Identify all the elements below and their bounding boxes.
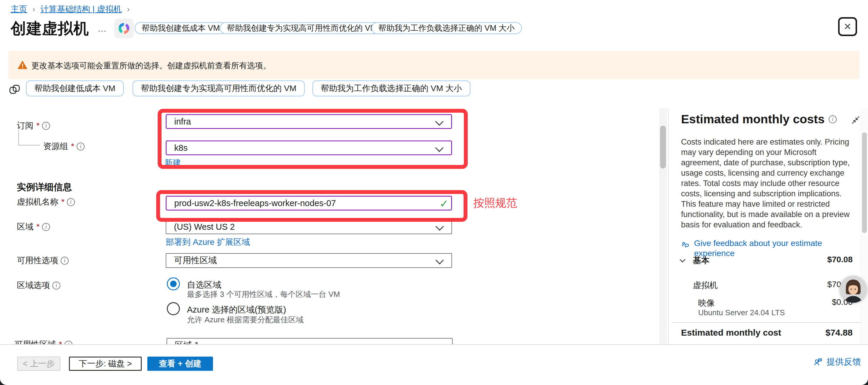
radio2-desc: 允许 Azure 根据需要分配最佳区域 <box>187 315 304 325</box>
feedback-link[interactable]: 提供反馈 <box>813 356 861 368</box>
region-value: (US) West US 2 <box>174 222 235 232</box>
basics-chevron-icon[interactable] <box>678 256 687 265</box>
resource-group-label: 资源组 * i <box>43 141 85 152</box>
review-create-button[interactable]: 查看 + 创建 <box>147 357 213 371</box>
review-create-label: 查看 + 创建 <box>159 358 202 369</box>
zone-options-label: 区域选项 i <box>17 280 60 291</box>
availability-zone-dropdown[interactable]: 区域 1 <box>166 338 453 344</box>
info-icon[interactable]: i <box>42 122 50 130</box>
cost-total-label: Estimated monthly cost <box>681 328 781 338</box>
info-icon[interactable]: i <box>52 282 60 289</box>
cost-row-image-label: 映像 <box>698 297 715 309</box>
form-scroll-area: 订阅 * i infra 资源组 * i k8s 新建 实例详细信息 虚拟机名称 <box>0 0 868 344</box>
previous-label: < 上一步 <box>23 358 55 369</box>
feedback-label: 提供反馈 <box>827 356 861 368</box>
cost-row-vm-label: 虚拟机 <box>693 280 718 291</box>
availability-options-dropdown[interactable]: 可用性区域 <box>166 253 452 268</box>
resource-group-value: k8s <box>174 143 188 153</box>
footer-divider <box>0 344 868 345</box>
chevron-down-icon <box>435 144 443 152</box>
page-scrollbar-thumb[interactable] <box>862 132 867 233</box>
annotation-note: 按照规范 <box>473 196 517 211</box>
resource-group-dropdown[interactable]: k8s <box>166 140 452 155</box>
info-icon[interactable]: i <box>61 257 69 265</box>
next-disks-button[interactable]: 下一步: 磁盘 > <box>69 357 142 371</box>
chevron-down-icon <box>435 222 444 231</box>
info-icon[interactable]: i <box>42 223 50 231</box>
chevron-down-icon <box>436 341 444 344</box>
chevron-down-icon <box>435 256 444 264</box>
required-asterisk: * <box>61 197 64 207</box>
radio2-label[interactable]: Azure 选择的区域(预览版) <box>187 304 286 316</box>
chevron-down-icon <box>435 118 443 126</box>
vm-name-input[interactable] <box>166 196 452 211</box>
tree-connector-vertical <box>18 130 19 146</box>
cost-panel-description: Costs indicated here are estimates only.… <box>681 137 853 230</box>
radio1-desc: 最多选择 3 个可用性区域，每个区域一台 VM <box>187 289 340 299</box>
cost-row-image-amount: $0.00 <box>769 297 852 307</box>
cost-row-image-sub: Ubuntu Server 24.04 LTS <box>698 308 785 317</box>
info-icon[interactable]: i <box>67 198 75 206</box>
subscription-dropdown[interactable]: infra <box>166 114 452 129</box>
availability-options-value: 可用性区域 <box>174 255 217 266</box>
region-dropdown[interactable]: (US) West US 2 <box>166 219 452 234</box>
required-asterisk: * <box>71 142 74 151</box>
availability-options-label: 可用性选项 i <box>17 255 69 266</box>
collapse-panel-icon[interactable] <box>851 115 860 125</box>
availability-zone-value: 区域 1 <box>175 340 199 344</box>
info-icon[interactable]: i <box>64 341 72 345</box>
previous-button[interactable]: < 上一步 <box>17 357 60 371</box>
cost-total-amount: $74.88 <box>769 328 852 338</box>
required-asterisk: * <box>36 121 40 130</box>
feedback-person-icon <box>813 357 823 367</box>
cost-panel: Estimated monthly costs i Costs indicate… <box>681 113 860 258</box>
info-icon[interactable]: i <box>76 142 85 151</box>
subscription-value: infra <box>174 117 191 127</box>
cost-panel-title: Estimated monthly costs <box>681 113 825 126</box>
assistant-avatar[interactable] <box>840 276 867 303</box>
form-scrollbar-thumb[interactable] <box>660 126 666 168</box>
subscription-label: 订阅 * i <box>17 120 50 131</box>
cost-row-basics-amount: $70.08 <box>769 255 852 264</box>
cost-total-divider <box>672 322 864 323</box>
create-new-link[interactable]: 新建 <box>164 157 181 168</box>
feedback-bubbles-icon <box>681 241 690 250</box>
instance-details-heading: 实例详细信息 <box>17 181 72 193</box>
create-vm-page: 主页 › 计算基础结构 | 虚拟机 › 创建虚拟机 … <box>0 0 868 385</box>
region-label: 区域 * i <box>17 221 50 232</box>
vm-name-label: 虚拟机名称 * i <box>17 196 75 207</box>
azure-extended-zones-link[interactable]: 部署到 Azure 扩展区域 <box>166 236 250 248</box>
cost-row-basics-label: 基本 <box>693 255 709 266</box>
radio-dot <box>170 281 177 287</box>
required-asterisk: * <box>59 340 62 344</box>
tree-connector-horizontal <box>18 145 40 146</box>
radio-self-selected-zones[interactable] <box>167 277 180 290</box>
next-label: 下一步: 磁盘 > <box>79 358 132 369</box>
radio-azure-selected-zones[interactable] <box>167 302 180 315</box>
required-asterisk: * <box>36 222 40 231</box>
panel-divider <box>668 108 669 344</box>
info-icon[interactable]: i <box>829 115 837 123</box>
valid-check-icon: ✓ <box>440 197 448 210</box>
availability-zone-label: 可用性区域 * i <box>14 339 72 344</box>
